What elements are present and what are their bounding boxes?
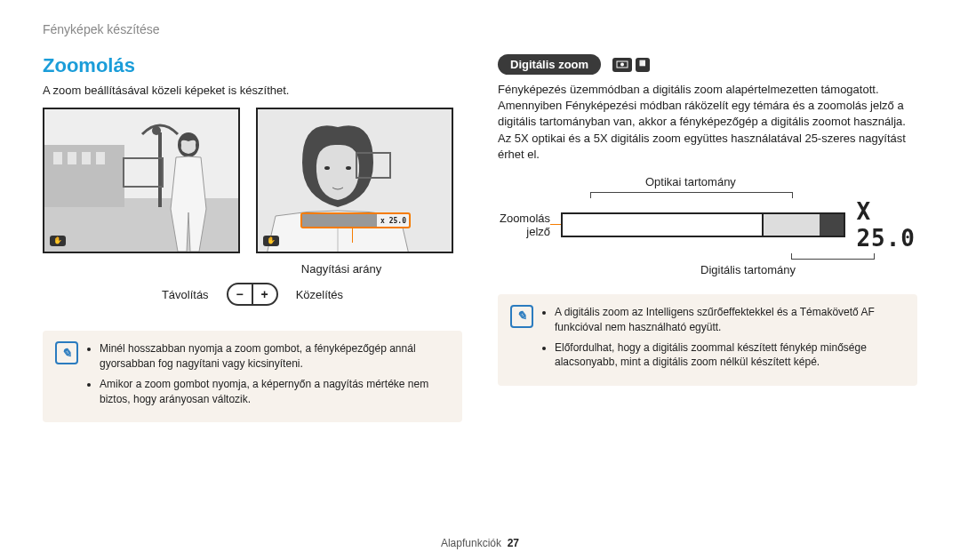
note-text: Előfordulhat, hogy a digitális zoommal k…	[555, 340, 905, 371]
zoom-bar-text: x 25.0	[380, 217, 406, 225]
focus-frame	[123, 157, 164, 188]
footer-section: Alapfunkciók	[441, 537, 501, 549]
camera-mode-p-icon	[612, 58, 632, 72]
info-note: ✎ Minél hosszabban nyomja a zoom gombot,…	[43, 331, 462, 422]
footer-page-number: 27	[508, 537, 519, 549]
svg-rect-5	[53, 152, 62, 164]
svg-rect-7	[82, 152, 91, 164]
person-figure	[153, 129, 222, 252]
screen-tele: 00001 ▭ ▮▮ 16M ◧ ϟA	[256, 108, 453, 253]
focus-frame	[356, 152, 391, 179]
zoom-in-label: Közelítés	[296, 288, 343, 301]
zoom-rocker: − +	[227, 283, 278, 306]
plus-icon: +	[253, 284, 276, 304]
svg-rect-8	[96, 152, 105, 164]
svg-point-16	[346, 166, 351, 170]
example-screens: 00001 ▭ ▮▮ 16M ◧ ϟA	[43, 108, 462, 253]
optical-bar	[561, 212, 762, 237]
zoom-indicator-label: Zoomolás jelző	[498, 212, 550, 238]
zoom-value: X 25.0	[856, 198, 917, 252]
stabilizer-icon: ✋	[263, 236, 279, 246]
intro-text: A zoom beállításával közeli képeket is k…	[43, 83, 462, 99]
zoom-range-diagram: Optikai tartomány Zoomolás jelző X 25.0 …	[498, 175, 917, 276]
zoom-out-label: Távolítás	[162, 288, 209, 301]
digital-bar	[762, 212, 845, 237]
note-text: Amikor a zoom gombot nyomja, a képernyőn…	[100, 377, 450, 407]
screen-wide: 00001 ▭ ▮▮ 16M ◧ ϟA	[43, 108, 240, 253]
digital-zoom-paragraph: Fényképezés üzemmódban a digitális zoom …	[498, 82, 917, 163]
breadcrumb: Fényképek készítése	[43, 22, 917, 36]
minus-icon: −	[228, 284, 253, 304]
svg-point-15	[324, 166, 330, 170]
info-icon: ✎	[510, 305, 533, 328]
svg-rect-6	[68, 152, 76, 164]
person-figure	[256, 108, 453, 253]
connector-line	[550, 224, 561, 225]
info-icon: ✎	[55, 341, 78, 364]
digital-zoom-pill: Digitális zoom	[498, 54, 601, 75]
zoom-bar: x 25.0	[300, 212, 411, 228]
note-text: A digitális zoom az Intelligens szűrőeff…	[555, 305, 905, 335]
note-text: Minél hosszabban nyomja a zoom gombot, a…	[100, 341, 450, 372]
zoom-controls: Távolítás − + Közelítés	[43, 283, 462, 306]
magnification-label: Nagyítási arány	[220, 262, 462, 276]
page-footer: Alapfunkciók 27	[0, 537, 960, 549]
svg-point-18	[620, 62, 624, 66]
scene-icon: ▦	[636, 58, 650, 72]
digital-range-label: Digitális tartomány	[700, 263, 917, 276]
optical-range-label: Optikai tartomány	[645, 175, 917, 188]
section-title: Zoomolás	[43, 54, 462, 77]
info-note: ✎ A digitális zoom az Intelligens szűrőe…	[498, 294, 917, 386]
stabilizer-icon: ✋	[50, 236, 66, 246]
